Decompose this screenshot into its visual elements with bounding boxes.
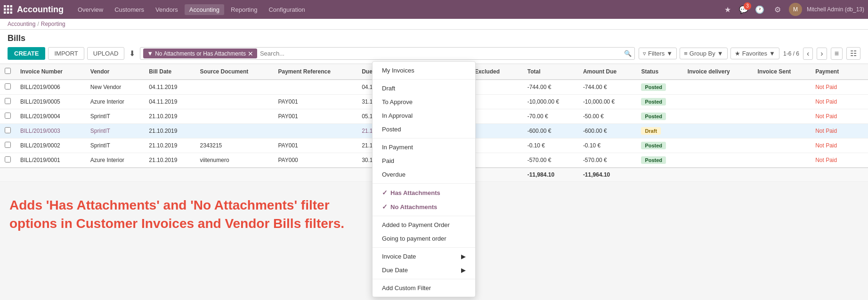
favorites-button[interactable]: ★ Favorites ▼	[730, 48, 779, 59]
list-view-button[interactable]: ≡	[831, 48, 843, 60]
nav-reporting[interactable]: Reporting	[226, 4, 262, 15]
cell-inv-sent	[753, 153, 811, 168]
dropdown-item[interactable]: ✓No Attachments	[373, 200, 475, 214]
nav-overview[interactable]: Overview	[73, 4, 108, 15]
status-badge: Posted	[641, 156, 666, 164]
grid-view-button[interactable]: ☷	[846, 47, 860, 60]
cell-total: -570.00 €	[523, 153, 578, 168]
filter-controls: ▿ Filters ▼ ≡ Group By ▼ ★ Favorites ▼	[639, 48, 779, 59]
page-header: Bills CREATE IMPORT UPLOAD ⬇ ▼ No Attach…	[0, 30, 868, 64]
cell-payment2: Not Paid	[811, 124, 855, 138]
nav-configuration[interactable]: Configuration	[264, 4, 309, 15]
filter-tag-label: No Attachments or Has Attachments	[155, 50, 246, 57]
dropdown-item-label: My Invoices	[382, 67, 414, 74]
dropdown-item[interactable]: Draft	[373, 81, 475, 95]
status-badge: Posted	[641, 142, 666, 149]
messages-icon[interactable]: 💬 3	[739, 5, 748, 14]
cell-payment2: Not Paid	[811, 109, 855, 124]
clock-icon[interactable]: 🕐	[753, 3, 766, 16]
row-checkbox[interactable]	[5, 83, 11, 89]
group-by-icon: ≡	[684, 50, 688, 57]
cell-status: Posted	[636, 138, 682, 153]
group-by-label: Group By	[690, 50, 715, 57]
col-source-doc: Source Document	[195, 64, 274, 80]
dropdown-item[interactable]: In Approval	[373, 109, 475, 122]
dropdown-item[interactable]: Overdue	[373, 168, 475, 181]
breadcrumb-sep: /	[37, 21, 39, 27]
row-checkbox[interactable]	[5, 98, 11, 104]
import-button[interactable]: IMPORT	[48, 47, 84, 60]
create-button[interactable]: CREATE	[8, 47, 45, 60]
upload-button[interactable]: UPLOAD	[87, 47, 124, 60]
nav-customers[interactable]: Customers	[110, 4, 149, 15]
grid-icon[interactable]	[4, 5, 12, 14]
cell-vendor: New Vendor	[86, 80, 144, 95]
cell-inv-delivery	[683, 153, 753, 168]
dropdown-item[interactable]: Paid	[373, 154, 475, 168]
prev-page-button[interactable]: ‹	[803, 48, 813, 60]
svg-rect-1	[7, 5, 9, 8]
dropdown-item[interactable]: In Payment	[373, 140, 475, 154]
user-name: Mitchell Admin (db_13)	[807, 6, 864, 13]
filters-dropdown: My InvoicesDraftTo ApproveIn ApprovalPos…	[372, 61, 476, 247]
cell-bill-date: 04.11.2019	[144, 80, 195, 95]
dropdown-item-label: In Approval	[382, 112, 413, 119]
dropdown-item[interactable]: ✓Has Attachments	[373, 186, 475, 200]
summary-rest	[636, 168, 868, 182]
select-all-checkbox[interactable]	[5, 68, 11, 74]
filter-tag-close-icon[interactable]: ✕	[248, 50, 253, 57]
cell-inv-sent	[753, 95, 811, 109]
dropdown-item-label: Posted	[382, 126, 401, 133]
invoice-link[interactable]: BILL/2019/0003	[20, 128, 60, 134]
dropdown-item[interactable]: My Invoices	[373, 64, 475, 77]
group-by-chevron: ▼	[717, 50, 723, 57]
cell-amount-due: -600.00 €	[578, 124, 637, 138]
cell-payment-ref: PAY000	[273, 153, 357, 168]
cell-amount-due: -50.00 €	[578, 109, 637, 124]
cell-invoice-number[interactable]: BILL/2019/0003	[16, 124, 86, 138]
vendor-link[interactable]: SprintIT	[90, 128, 110, 134]
filters-button[interactable]: ▿ Filters ▼	[639, 48, 677, 59]
cell-total: -600.00 €	[523, 124, 578, 138]
cell-payment2: Not Paid	[811, 138, 855, 153]
cell-bill-date: 21.10.2019	[144, 138, 195, 153]
settings-icon[interactable]: ⚙	[771, 3, 784, 16]
download-icon[interactable]: ⬇	[127, 47, 137, 60]
pagination-info: 1-6 / 6	[783, 50, 799, 57]
cell-vendor: SprintIT	[86, 138, 144, 153]
dropdown-item[interactable]: Going to payment order	[373, 232, 475, 245]
group-by-button[interactable]: ≡ Group By ▼	[680, 48, 727, 59]
cell-status: Posted	[636, 153, 682, 168]
dropdown-item[interactable]: To Approve	[373, 95, 475, 109]
cell-inv-delivery	[683, 124, 753, 138]
cell-vendor: SprintIT	[86, 109, 144, 124]
search-icon[interactable]: 🔍	[624, 50, 632, 57]
row-checkbox[interactable]	[5, 156, 11, 162]
user-avatar[interactable]: M	[789, 3, 802, 16]
status-badge: Posted	[641, 98, 666, 105]
row-checkbox[interactable]	[5, 142, 11, 148]
cell-vendor[interactable]: SprintIT	[86, 124, 144, 138]
breadcrumb-reporting[interactable]: Reporting	[41, 21, 65, 27]
next-page-button[interactable]: ›	[817, 48, 827, 60]
cell-bill-date: 21.10.2019	[144, 124, 195, 138]
search-input[interactable]	[257, 49, 624, 58]
dropdown-item[interactable]: Added to Payment Order	[373, 218, 475, 232]
row-checkbox[interactable]	[5, 113, 11, 119]
breadcrumb-accounting[interactable]: Accounting	[8, 21, 35, 27]
cell-inv-delivery	[683, 80, 753, 95]
dropdown-item[interactable]: Posted	[373, 122, 475, 136]
cell-total: -70.00 €	[523, 109, 578, 124]
cell-source-doc: 2343215	[195, 138, 274, 153]
nav-vendors[interactable]: Vendors	[151, 4, 183, 15]
status-badge: Posted	[641, 113, 666, 120]
cell-total: -0.10 €	[523, 138, 578, 153]
nav-accounting[interactable]: Accounting	[185, 4, 224, 15]
row-checkbox[interactable]	[5, 127, 11, 133]
col-amount-due: Amount Due	[578, 64, 637, 80]
star-icon[interactable]: ★	[721, 3, 734, 16]
cell-inv-delivery	[683, 109, 753, 124]
cell-payment-ref	[273, 80, 357, 95]
cell-inv-sent	[753, 138, 811, 153]
cell-bill-date: 04.11.2019	[144, 95, 195, 109]
